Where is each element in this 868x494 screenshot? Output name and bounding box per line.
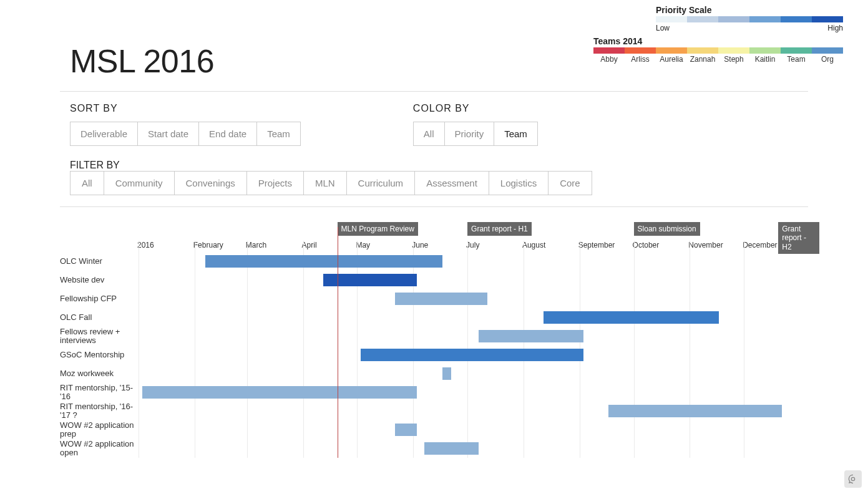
team-swatch — [749, 47, 781, 54]
team-swatch — [687, 47, 718, 54]
filter-button-curriculum[interactable]: Curriculum — [347, 172, 416, 195]
team-label: Zannah — [690, 55, 716, 64]
axis-tick: November — [688, 241, 723, 249]
team-legend-item: Aurelia — [656, 47, 687, 64]
team-label: Kaitlin — [755, 55, 776, 64]
gantt-row: Moz workweek — [60, 364, 808, 383]
filter-by-title: FILTER BY — [70, 160, 843, 171]
team-label: Team — [787, 55, 805, 64]
gantt-bar[interactable] — [608, 405, 782, 417]
team-label: Steph — [724, 55, 743, 64]
axis-tick: March — [246, 241, 266, 249]
filter-button-mln[interactable]: MLN — [304, 172, 347, 195]
gantt-row: Fellows review + interviews — [60, 327, 808, 346]
sort-button-team[interactable]: Team — [257, 122, 300, 145]
filter-button-core[interactable]: Core — [549, 172, 592, 195]
gantt-bar[interactable] — [544, 311, 719, 324]
teams-legend: Teams 2014 AbbyArlissAureliaZannahStephK… — [593, 36, 843, 64]
row-plot — [142, 442, 804, 455]
team-label: Arliss — [631, 55, 649, 64]
row-label: Moz workweek — [60, 369, 142, 378]
row-label: OLC Winter — [60, 257, 142, 266]
gantt-bar[interactable] — [395, 293, 487, 305]
milestone-marker: Sloan submission — [634, 222, 700, 236]
milestone-marker: Grant report - H1 — [467, 222, 532, 236]
row-label: Website dev — [60, 276, 142, 284]
team-legend-item: Steph — [718, 47, 749, 64]
sort-button-start-date[interactable]: Start date — [138, 122, 199, 145]
gantt-row: WOW #2 application open — [60, 439, 808, 458]
filter-button-projects[interactable]: Projects — [247, 172, 304, 195]
team-legend-item: Abby — [593, 47, 625, 64]
gantt-row: GSoC Mentorship — [60, 346, 808, 364]
gantt-chart: MLN Program ReviewGrant report - H1Sloan… — [60, 206, 808, 458]
row-plot — [142, 349, 804, 361]
sort-by-group: SORT BY DeliverableStart dateEnd dateTea… — [70, 103, 301, 146]
gantt-row: Fellowship CFP — [60, 289, 808, 308]
row-plot — [142, 424, 804, 436]
row-plot — [142, 311, 804, 324]
team-label: Org — [821, 55, 834, 64]
axis-tick: June — [412, 241, 428, 249]
row-plot — [142, 255, 804, 268]
priority-swatch — [687, 16, 718, 22]
gantt-row: OLC Fall — [60, 308, 808, 327]
row-label: WOW #2 application open — [60, 440, 142, 458]
sort-button-end-date[interactable]: End date — [199, 122, 257, 145]
row-label: OLC Fall — [60, 313, 142, 322]
priority-legend-title: Priority Scale — [656, 5, 843, 15]
gantt-bar[interactable] — [395, 424, 417, 436]
gantt-bar[interactable] — [205, 255, 442, 268]
filter-button-convenings[interactable]: Convenings — [175, 172, 247, 195]
filter-button-logistics[interactable]: Logistics — [489, 172, 549, 195]
row-plot — [142, 293, 804, 305]
gantt-row: Website dev — [60, 271, 808, 289]
row-label: GSoC Mentorship — [60, 351, 142, 359]
gantt-row: WOW #2 application prep — [60, 420, 808, 439]
filter-button-community[interactable]: Community — [104, 172, 175, 195]
sort-button-deliverable[interactable]: Deliverable — [71, 122, 138, 145]
gantt-row: RIT mentorship, '16-'17 ? — [60, 402, 808, 420]
row-label: RIT mentorship, '16-'17 ? — [60, 402, 142, 420]
axis-tick: December — [743, 241, 777, 249]
color-by-title: COLOR BY — [413, 103, 538, 114]
filter-button-assessment[interactable]: Assessment — [415, 172, 489, 195]
axis-tick: 2016 — [137, 241, 154, 249]
gantt-row: OLC Winter — [60, 252, 808, 271]
team-swatch — [625, 47, 656, 54]
axis-tick: April — [302, 241, 317, 249]
color-button-all[interactable]: All — [414, 122, 445, 145]
axis-tick: February — [193, 241, 223, 249]
row-plot — [142, 330, 804, 342]
axis-tick: July — [466, 241, 479, 249]
gantt-bar[interactable] — [442, 367, 451, 380]
team-label: Abby — [600, 55, 617, 64]
filter-button-all[interactable]: All — [71, 172, 104, 195]
gantt-bar[interactable] — [424, 442, 479, 455]
row-plot — [142, 367, 804, 380]
priority-high-label: High — [827, 24, 843, 32]
gantt-bar[interactable] — [323, 274, 417, 286]
team-legend-item: Arliss — [625, 47, 656, 64]
sort-by-title: SORT BY — [70, 103, 301, 114]
priority-low-label: Low — [656, 24, 670, 32]
color-button-team[interactable]: Team — [494, 122, 537, 145]
team-swatch — [656, 47, 687, 54]
gantt-row: RIT mentorship, '15-'16 — [60, 383, 808, 402]
row-label: WOW #2 application prep — [60, 421, 142, 439]
team-swatch — [593, 47, 625, 54]
color-by-group: COLOR BY AllPriorityTeam — [413, 103, 538, 146]
axis-tick: August — [522, 241, 545, 249]
team-swatch — [812, 47, 843, 54]
team-legend-item: Kaitlin — [749, 47, 781, 64]
priority-swatch — [749, 16, 781, 22]
teams-legend-title: Teams 2014 — [593, 36, 642, 46]
gantt-bar[interactable] — [479, 330, 583, 342]
axis-tick: October — [633, 241, 660, 249]
gantt-bar[interactable] — [361, 349, 583, 361]
row-plot — [142, 274, 804, 286]
gantt-bar[interactable] — [142, 386, 417, 399]
priority-swatch — [656, 16, 687, 22]
row-label: Fellowship CFP — [60, 294, 142, 303]
color-button-priority[interactable]: Priority — [445, 122, 495, 145]
